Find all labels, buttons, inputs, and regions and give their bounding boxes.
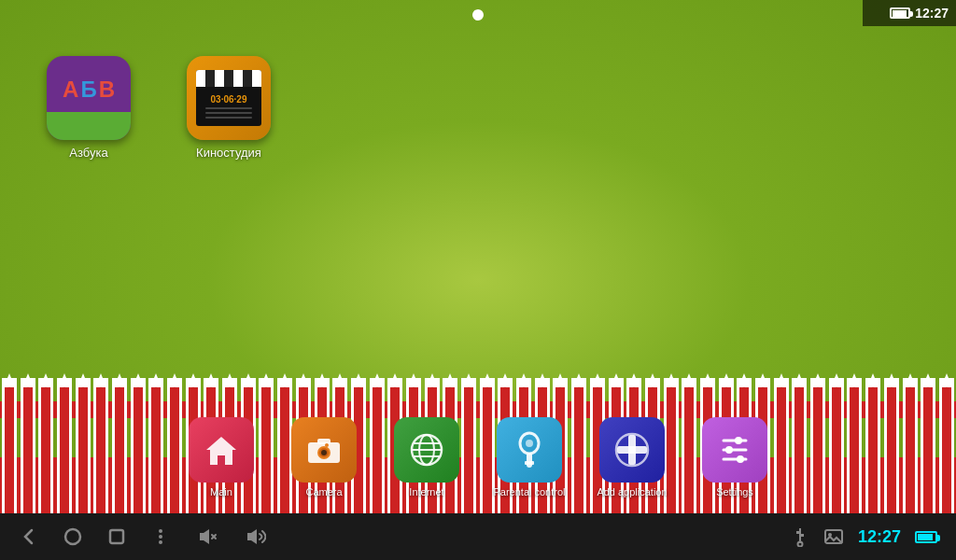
svg-rect-36 [796, 531, 800, 534]
status-time: 12:27 [915, 6, 949, 21]
settings-icon-image [702, 417, 767, 483]
nav-left-controls [19, 526, 266, 547]
svg-point-30 [159, 540, 162, 544]
svg-point-28 [159, 529, 162, 533]
nav-time: 12:27 [858, 527, 901, 547]
settings-label: Settings [716, 486, 753, 497]
svg-rect-18 [617, 446, 647, 454]
svg-marker-34 [247, 529, 257, 544]
page-indicator [472, 7, 484, 24]
key-icon [512, 430, 547, 469]
image-nav-icon [823, 526, 844, 547]
letter-v: В [99, 77, 115, 103]
page-dot [472, 9, 484, 21]
svg-point-21 [735, 437, 742, 444]
menu-nav-icon[interactable] [150, 526, 171, 547]
kinostudio-icon-image: 03·06·29 [187, 56, 271, 140]
internet-label: Internet [409, 486, 443, 497]
usb-icon [791, 526, 809, 547]
settings-sliders-icon [716, 431, 753, 469]
add-label: Add application [597, 486, 667, 497]
kinostudio-app-icon[interactable]: 03·06·29 Киностудия [187, 56, 271, 160]
svg-marker-0 [206, 437, 236, 465]
nav-bar: 12:27 [0, 513, 956, 560]
svg-point-25 [737, 455, 744, 463]
status-bar: 12:27 [863, 0, 956, 26]
desktop: 12:27 А Б В Азбука [0, 0, 956, 560]
dock-camera[interactable]: Camera [287, 417, 361, 497]
svg-point-38 [797, 542, 802, 547]
svg-rect-26 [65, 529, 80, 544]
dock-add-application[interactable]: Add application [595, 417, 669, 497]
main-icon-image [189, 417, 254, 483]
nav-right-controls: 12:27 [791, 526, 937, 547]
svg-rect-27 [110, 530, 123, 543]
main-label: Main [210, 486, 232, 497]
nav-battery-icon [915, 531, 937, 543]
svg-rect-14 [527, 453, 532, 468]
dock: Main Camera [0, 401, 956, 513]
parental-label: Parental control [493, 486, 565, 497]
camera-icon [306, 435, 342, 465]
svg-rect-16 [529, 461, 534, 465]
home-nav-icon[interactable] [63, 526, 83, 547]
recent-nav-icon[interactable] [106, 526, 127, 547]
svg-point-23 [725, 446, 733, 454]
clap-top [196, 70, 261, 87]
svg-rect-37 [800, 534, 804, 537]
dock-settings[interactable]: Settings [697, 417, 772, 497]
clap-body: 03·06·29 [196, 87, 261, 126]
svg-point-13 [526, 440, 533, 447]
dock-internet[interactable]: Internet [389, 417, 464, 497]
clap-date: 03·06·29 [211, 94, 247, 105]
home-icon [204, 433, 238, 467]
kinostudio-label: Киностудия [196, 146, 261, 160]
camera-icon-image [291, 417, 357, 483]
camera-label: Camera [305, 486, 342, 497]
svg-rect-15 [525, 461, 529, 465]
add-icon-image [599, 417, 665, 483]
back-nav-icon[interactable] [19, 526, 39, 547]
svg-rect-2 [317, 439, 330, 444]
parental-icon-image [497, 417, 562, 483]
azbuka-label: Азбука [69, 146, 107, 160]
globe-icon [408, 431, 445, 469]
svg-point-29 [159, 535, 162, 539]
clapperboard: 03·06·29 [196, 70, 261, 126]
battery-icon [890, 7, 910, 19]
plus-icon [613, 431, 651, 469]
svg-marker-31 [200, 529, 209, 544]
azbuka-letters: А Б В [63, 77, 115, 103]
azbuka-icon-image: А Б В [47, 56, 131, 140]
letter-b: Б [80, 77, 96, 103]
volume-down-icon[interactable] [194, 526, 218, 547]
volume-up-icon[interactable] [242, 526, 266, 547]
svg-point-5 [321, 450, 327, 455]
azbuka-app-icon[interactable]: А Б В Азбука [47, 56, 131, 160]
icon-area: А Б В Азбука 03·06·29 [47, 56, 271, 160]
letter-a: А [63, 77, 78, 103]
svg-point-6 [325, 443, 329, 447]
dock-parental[interactable]: Parental control [492, 417, 567, 497]
dock-main[interactable]: Main [184, 417, 259, 497]
internet-icon-image [394, 417, 459, 483]
